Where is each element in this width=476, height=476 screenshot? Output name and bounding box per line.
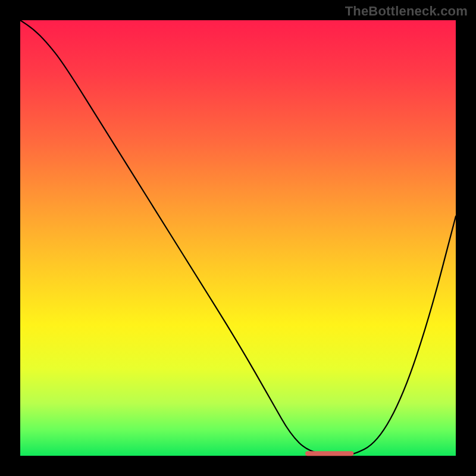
plot-area: [20, 20, 456, 456]
bottleneck-curve: [20, 20, 456, 456]
chart-frame: TheBottleneck.com: [0, 0, 476, 476]
bottleneck-curve-svg: [20, 20, 456, 456]
watermark-text: TheBottleneck.com: [345, 4, 468, 19]
